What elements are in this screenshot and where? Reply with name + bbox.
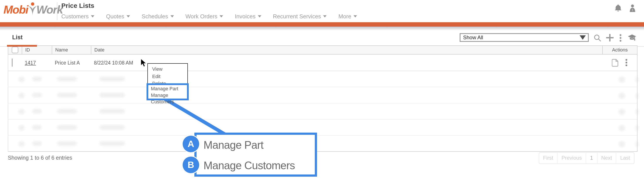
pagination-page-1[interactable]: 1 <box>586 153 597 164</box>
chevron-down-icon <box>323 15 326 18</box>
logo-text-right: Work <box>36 3 62 17</box>
nav-label: More <box>338 13 351 20</box>
callout-label-a: Manage Part <box>204 139 263 151</box>
pagination-previous[interactable]: Previous <box>557 153 586 164</box>
bar-shadow <box>0 27 644 31</box>
table-header-row: ID Name Date Actions <box>8 45 638 55</box>
header-divider <box>57 2 58 20</box>
logo-text-left: Mobi <box>4 3 28 17</box>
blurred-row <box>8 87 637 103</box>
nav-work-orders[interactable]: Work Orders <box>186 13 223 20</box>
more-options-icon[interactable] <box>619 34 622 42</box>
blurred-row <box>8 120 637 136</box>
nav-more[interactable]: More <box>338 13 357 20</box>
training-cap-icon[interactable] <box>628 34 636 41</box>
tab-active-underline <box>7 45 37 47</box>
menu-item-manage-customers[interactable]: Manage Customers <box>148 92 187 99</box>
row-id-link[interactable]: 1417 <box>25 60 36 65</box>
callout-label-b: Manage Customers <box>204 159 295 172</box>
highlighted-menu-items: Manage Part Manage Customers <box>146 83 189 100</box>
pagination-last[interactable]: Last <box>616 153 634 164</box>
col-header-id[interactable]: ID <box>22 46 52 54</box>
menu-item-view[interactable]: View <box>148 65 188 73</box>
tab-list[interactable]: List <box>12 34 22 41</box>
col-header-name[interactable]: Name <box>52 46 91 54</box>
logo-person-icon <box>28 2 37 15</box>
notification-bell-icon[interactable] <box>614 4 622 12</box>
app-header: MobiWork Price Lists Customers Quotes Sc… <box>0 0 644 22</box>
chevron-down-icon <box>354 15 357 18</box>
blurred-row <box>8 71 637 87</box>
nav-label: Customers <box>61 13 89 20</box>
chevron-down-icon <box>220 15 223 18</box>
page-title: Price Lists <box>61 2 94 9</box>
select-all-checkbox[interactable] <box>12 47 18 53</box>
nav-label: Quotes <box>106 13 124 20</box>
filter-dropdown[interactable]: Show All <box>460 33 589 42</box>
document-icon[interactable] <box>612 59 618 66</box>
chevron-down-icon <box>91 15 94 18</box>
pagination-next[interactable]: Next <box>597 153 616 164</box>
nav-label: Work Orders <box>186 13 218 20</box>
mobiwork-logo[interactable]: MobiWork <box>4 3 62 17</box>
pagination: First Previous 1 Next Last <box>539 152 634 164</box>
main-nav: Customers Quotes Schedules Work Orders I… <box>61 13 357 20</box>
table-body: 1417 Price List A 8/22/24 10:08 AM <box>8 55 638 152</box>
blurred-row <box>8 103 637 120</box>
nav-invoices[interactable]: Invoices <box>235 13 261 20</box>
brand-accent-bar <box>0 22 644 27</box>
nav-quotes[interactable]: Quotes <box>106 13 130 20</box>
search-icon[interactable] <box>594 34 602 42</box>
row-more-options-icon[interactable] <box>625 59 628 66</box>
price-lists-page: MobiWork Price Lists Customers Quotes Sc… <box>0 0 644 188</box>
menu-item-edit[interactable]: Edit <box>148 73 188 80</box>
add-icon[interactable] <box>606 34 614 41</box>
row-checkbox[interactable] <box>12 58 12 66</box>
menu-item-manage-part[interactable]: Manage Part <box>148 85 187 92</box>
row-name: Price List A <box>52 60 91 65</box>
filter-value: Show All <box>463 34 483 41</box>
row-checkbox-cell <box>8 59 22 66</box>
nav-label: Schedules <box>142 13 168 20</box>
chevron-down-icon <box>170 15 174 18</box>
mouse-cursor <box>140 58 147 67</box>
nav-label: Recurrent Services <box>273 13 321 20</box>
col-header-actions: Actions <box>602 46 637 54</box>
chevron-down-icon <box>126 15 130 18</box>
nav-schedules[interactable]: Schedules <box>142 13 174 20</box>
nav-label: Invoices <box>235 13 256 20</box>
blurred-row <box>8 136 637 151</box>
nav-customers[interactable]: Customers <box>61 13 94 20</box>
marker-a-badge: A <box>183 136 199 152</box>
row-actions-cell <box>602 59 637 66</box>
col-header-date[interactable]: Date <box>91 46 602 54</box>
entries-summary: Showing 1 to 6 of 6 entries <box>8 155 72 161</box>
table-row[interactable]: 1417 Price List A 8/22/24 10:08 AM <box>8 55 637 71</box>
dropdown-arrow-icon <box>580 35 586 40</box>
annotation-callout: Manage Part Manage Customers <box>194 133 317 177</box>
nav-recurrent-services[interactable]: Recurrent Services <box>273 13 326 20</box>
price-list-table: ID Name Date Actions 1417 Price List A 8… <box>8 45 638 152</box>
header-select-all-cell <box>8 46 22 54</box>
user-profile-icon[interactable] <box>629 4 636 12</box>
chevron-down-icon <box>258 15 261 18</box>
marker-b-badge: B <box>183 157 199 173</box>
pagination-first[interactable]: First <box>539 153 557 164</box>
